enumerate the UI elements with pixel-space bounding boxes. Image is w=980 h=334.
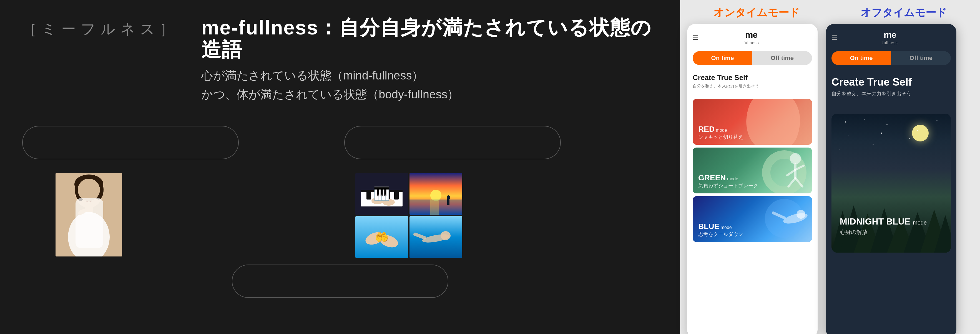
svg-rect-0 <box>56 173 122 256</box>
blue-mode-desc: 思考をクールダウン <box>698 231 743 238</box>
ontime-phone-logo: me fullness <box>743 29 759 46</box>
phones-wrapper: オンタイムモード オフタイムモード ☰ me fullness On <box>680 0 980 334</box>
svg-point-40 <box>797 210 805 219</box>
svg-point-43 <box>864 119 865 120</box>
svg-point-42 <box>845 121 846 123</box>
svg-point-3 <box>75 179 86 201</box>
offtime-hero-sub: 自分を整え、本来の力を引き出そう <box>832 90 951 97</box>
svg-point-31 <box>441 231 450 240</box>
svg-line-37 <box>788 178 795 187</box>
ontime-label-item: オンタイムモード <box>687 6 826 20</box>
ontime-hero-sub: 自分を整え、本来の力を引き出そう <box>693 84 812 89</box>
ontime-logo-fullness: fullness <box>743 41 759 45</box>
phones-row: ☰ me fullness On time Off time Create Tr… <box>687 24 973 334</box>
night-scene-card[interactable]: MIDNIGHT BLUE mode 心身の解放 <box>832 113 951 252</box>
offtime-phone: ☰ me fullness On time Off time Create Tr… <box>826 24 956 334</box>
brand-subtitle-line2: かつ、体が満たされている状態（body-fullness） <box>201 85 658 104</box>
offtime-label-item: オフタイムモード <box>834 6 973 20</box>
svg-point-52 <box>908 138 910 139</box>
green-mode-label: GREEN mode 気負わずショートブレーク <box>698 173 758 189</box>
sunset-image <box>409 173 462 215</box>
ontime-hamburger-icon[interactable]: ☰ <box>693 34 699 42</box>
svg-line-41 <box>773 213 784 218</box>
svg-rect-5 <box>85 206 93 214</box>
ontime-label: オンタイムモード <box>713 7 800 18</box>
offtime-toggle-row: On time Off time <box>826 48 956 68</box>
brand-title: me-fullness：自分自身が満たされている状態の造語 <box>201 17 658 61</box>
svg-line-36 <box>795 166 804 170</box>
left-rounded-box <box>22 126 239 159</box>
red-mode-label: RED mode シャキッと切り替え <box>698 125 743 140</box>
svg-point-20 <box>430 190 441 201</box>
green-mode-name: GREEN mode <box>698 173 738 182</box>
red-shape-decoration <box>737 99 810 145</box>
offtime-phone-logo: me fullness <box>882 29 897 46</box>
water-image <box>409 216 462 258</box>
right-image-grid <box>355 173 561 258</box>
piano-image <box>355 173 408 215</box>
blue-swimmer-figure <box>768 202 809 235</box>
green-mode-desc: 気負わずショートブレーク <box>698 182 758 189</box>
content-boxes-row <box>22 126 658 258</box>
blue-mode-name-suffix: mode <box>719 225 732 230</box>
offtime-logo-fullness: fullness <box>882 41 897 45</box>
svg-point-33 <box>790 153 801 164</box>
offtime-hero: Create True Self 自分を整え、本来の力を引き出そう <box>826 68 956 113</box>
midnight-mode-suffix: mode <box>913 219 927 225</box>
offtime-hamburger-icon[interactable]: ☰ <box>832 34 838 42</box>
ontime-toggle-on[interactable]: On time <box>693 51 752 65</box>
header-row: ［ミーフルネス］ me-fullness：自分自身が満たされている状態の造語 心… <box>22 17 658 104</box>
green-mode-card[interactable]: GREEN mode 気負わずショートブレーク <box>693 147 812 193</box>
offtime-label: オフタイムモード <box>861 7 947 18</box>
svg-point-51 <box>873 144 874 144</box>
ontime-toggle-off[interactable]: Off time <box>752 51 812 65</box>
svg-point-4 <box>94 180 103 200</box>
svg-point-9 <box>91 193 94 197</box>
blue-mode-label: BLUE mode 思考をクールダウン <box>698 222 743 238</box>
svg-rect-14 <box>375 190 379 200</box>
svg-point-28 <box>377 234 386 240</box>
svg-point-8 <box>84 193 87 197</box>
content-box-left <box>22 126 239 258</box>
svg-point-23 <box>447 195 450 200</box>
ontime-phone-header: ☰ me fullness <box>687 24 818 48</box>
offtime-toggle-off[interactable]: Off time <box>891 51 951 65</box>
person-silhouette <box>56 173 122 256</box>
svg-rect-24 <box>447 199 449 205</box>
ontime-hero-title: Create True Self <box>693 74 812 82</box>
svg-point-46 <box>881 133 882 134</box>
svg-point-49 <box>937 120 937 121</box>
svg-point-44 <box>886 124 888 125</box>
ontime-hero: Create True Self 自分を整え、本来の力を引き出そう <box>687 68 818 96</box>
svg-rect-13 <box>366 190 371 200</box>
svg-line-38 <box>795 178 802 187</box>
bottom-rounded-box <box>232 265 449 298</box>
svg-rect-16 <box>394 190 399 200</box>
person-image <box>56 173 122 256</box>
offtime-hero-title: Create True Self <box>832 76 951 88</box>
brand-subtitle-line1: 心が満たされている状態（mind-fullness） <box>201 66 658 85</box>
midnight-mode-label: MIDNIGHT BLUE mode 心身の解放 <box>840 216 927 236</box>
bottom-box-wrapper <box>232 265 449 312</box>
red-mode-name: RED mode <box>698 125 727 133</box>
ontime-toggle-row: On time Off time <box>687 48 818 68</box>
offtime-toggle-on[interactable]: On time <box>832 51 891 65</box>
phones-label-row: オンタイムモード オフタイムモード <box>687 6 973 20</box>
svg-point-45 <box>848 135 849 136</box>
svg-rect-22 <box>430 200 439 215</box>
red-mode-card[interactable]: RED mode シャキッと切り替え <box>693 99 812 145</box>
offtime-logo-me: me <box>882 29 897 40</box>
midnight-mode-desc: 心身の解放 <box>840 229 927 236</box>
offtime-phone-header: ☰ me fullness <box>826 24 956 48</box>
midnight-mode-name: MIDNIGHT BLUE mode <box>840 216 927 227</box>
brand-title-block: me-fullness：自分自身が満たされている状態の造語 心が満たされている状… <box>201 17 658 104</box>
ontime-phone: ☰ me fullness On time Off time Create Tr… <box>687 24 818 334</box>
svg-point-48 <box>917 130 918 131</box>
ontime-logo-me: me <box>743 29 759 40</box>
right-rounded-box <box>344 126 561 159</box>
blue-mode-name: BLUE mode <box>698 222 732 231</box>
green-yoga-figure <box>768 150 807 189</box>
svg-rect-15 <box>386 190 390 200</box>
blue-mode-card[interactable]: BLUE mode 思考をクールダウン <box>693 196 812 242</box>
svg-point-18 <box>383 199 395 206</box>
